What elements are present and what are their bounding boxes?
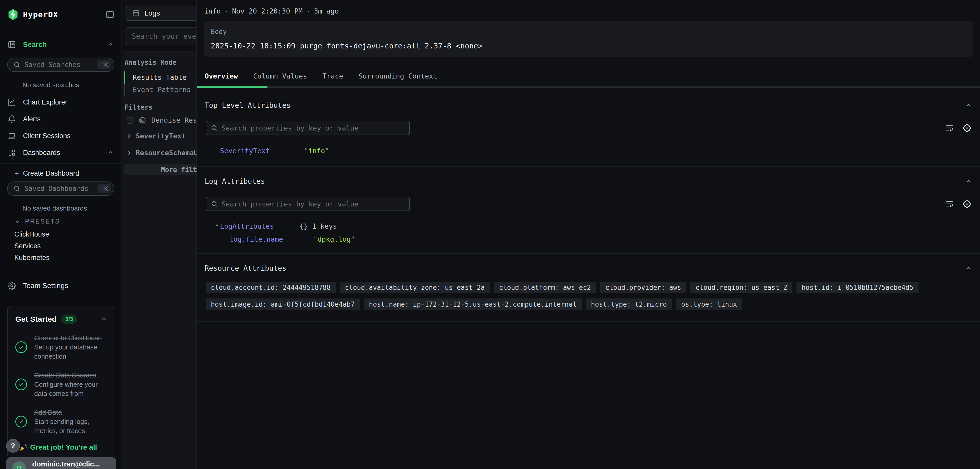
collapse-sidebar-icon[interactable]	[106, 11, 115, 18]
tree-caret-icon[interactable]: ▾	[215, 222, 220, 230]
property-search[interactable]	[206, 197, 410, 211]
chevron-up-icon[interactable]	[107, 149, 114, 156]
section-resource-attributes: Resource Attributes cloud.account.id: 24…	[197, 264, 980, 310]
resource-chip[interactable]: cloud.account.id: 244449518788	[206, 282, 336, 293]
help-button[interactable]: ?	[6, 439, 20, 453]
tab-surrounding-context[interactable]: Surrounding Context	[351, 71, 445, 81]
sidebar-item-team-settings[interactable]: Team Settings	[0, 279, 121, 292]
tab-trace[interactable]: Trace	[315, 71, 351, 81]
resource-chips: cloud.account.id: 244449518788 cloud.ava…	[205, 282, 972, 310]
section-divider	[197, 254, 980, 254]
task-title: Create Data Sources	[34, 371, 105, 380]
sidebar-search-label: Search	[23, 41, 47, 49]
attribute-tree-root: ▾ LogAttributes {} 1 keys	[205, 222, 972, 230]
preset-services[interactable]: Services	[0, 242, 121, 250]
chevron-up-icon[interactable]	[965, 265, 972, 272]
resource-chip[interactable]: cloud.region: us-east-2	[690, 282, 792, 293]
resource-chip[interactable]: cloud.provider: aws	[600, 282, 686, 293]
filters-label: Filters	[124, 103, 153, 111]
attribute-meta: {} 1 keys	[300, 222, 337, 230]
saved-searches-input[interactable]	[24, 61, 97, 68]
attribute-key[interactable]: LogAttributes	[220, 222, 300, 230]
chevron-up-icon[interactable]	[107, 41, 114, 48]
preset-kubernetes[interactable]: Kubernetes	[0, 254, 121, 262]
bell-icon	[8, 115, 17, 123]
resource-chip[interactable]: host.name: ip-172-31-12-5.us-east-2.comp…	[364, 298, 582, 310]
denoise-checkbox[interactable]	[127, 117, 134, 124]
property-search-input[interactable]	[221, 200, 405, 208]
mode-rail-active	[124, 71, 125, 84]
attribute-key[interactable]: log.file.name	[229, 235, 313, 243]
gear-icon[interactable]	[963, 200, 971, 208]
check-circle-icon	[15, 416, 27, 428]
search-list-icon	[8, 41, 17, 49]
body-text[interactable]: 2025-10-22 10:15:09 purge fonts-dejavu-c…	[211, 41, 966, 50]
log-level: info	[204, 7, 221, 15]
resource-chip[interactable]: cloud.availability_zone: us-east-2a	[340, 282, 490, 293]
create-dashboard-button[interactable]: + Create Dashboard	[0, 168, 121, 179]
saved-dashboards-search[interactable]: ⌘K	[7, 182, 115, 196]
avatar: D	[12, 461, 26, 469]
search-icon	[211, 124, 218, 132]
filter-group-severitytext[interactable]: SeverityText	[126, 132, 186, 140]
more-filters-button[interactable]: More filters	[124, 164, 197, 175]
sidebar-item-search[interactable]: Search	[0, 38, 121, 51]
denoise-icon	[138, 116, 146, 124]
chevron-up-icon[interactable]	[965, 177, 972, 185]
chevron-up-icon[interactable]	[965, 102, 972, 109]
attribute-value[interactable]: "dpkg.log"	[313, 235, 355, 243]
sidebar-item-chart-explorer[interactable]: Chart Explorer	[0, 96, 121, 109]
get-started-item[interactable]: Create Data Sources Configure where your…	[15, 371, 107, 398]
chevron-up-icon[interactable]	[100, 315, 107, 323]
celebration-text: Great job! You're all	[30, 443, 97, 452]
denoise-filter-row: Denoise Results	[127, 116, 197, 124]
task-desc: Start sending logs, metrics, or traces	[34, 417, 105, 435]
resource-chip[interactable]: cloud.platform: aws_ec2	[494, 282, 596, 293]
mode-results-table[interactable]: Results Table	[133, 73, 186, 81]
plus-icon: +	[8, 170, 23, 177]
task-desc: Set up your database connection	[34, 342, 105, 361]
event-search-input[interactable]	[132, 32, 197, 41]
task-title: Connect to ClickHouse	[34, 333, 105, 342]
property-search[interactable]	[206, 121, 410, 135]
user-name: dominic.tran@clic...	[32, 460, 101, 469]
attribute-row: log.file.name "dpkg.log"	[205, 235, 972, 243]
wrap-text-icon[interactable]	[945, 124, 954, 132]
resource-chip[interactable]: host.type: t2.micro	[586, 298, 672, 310]
attribute-key[interactable]: SeverityText	[220, 147, 304, 155]
gear-icon	[8, 282, 17, 290]
get-started-card: Get Started 3/3 Connect to ClickHouse Se…	[7, 306, 115, 459]
event-search[interactable]	[126, 27, 197, 45]
mode-event-patterns[interactable]: Event Patterns	[133, 86, 191, 93]
get-started-item[interactable]: Add Data Start sending logs, metrics, or…	[15, 408, 107, 435]
task-desc: Configure where your data comes from	[34, 380, 105, 398]
user-menu[interactable]: D dominic.tran@clic... dominic.tran@clic…	[6, 457, 116, 469]
sidebar-item-dashboards[interactable]: Dashboards	[0, 146, 121, 159]
get-started-progress-badge: 3/3	[61, 315, 77, 324]
tab-column-values[interactable]: Column Values	[245, 71, 315, 81]
mode-rail	[124, 84, 125, 96]
resource-chip[interactable]: host.image.id: ami-0f5fcdfbd140e4ab7	[206, 298, 360, 310]
attribute-value[interactable]: "info"	[304, 147, 329, 155]
denoise-label: Denoise Results	[151, 116, 197, 124]
sidebar: HyperDX Search ⌘K No saved searches	[0, 0, 122, 469]
gear-icon[interactable]	[963, 124, 971, 132]
source-select[interactable]: Logs	[126, 6, 197, 21]
get-started-item[interactable]: Connect to ClickHouse Set up your databa…	[15, 333, 107, 361]
resource-chip[interactable]: os.type: linux	[676, 298, 742, 310]
log-timestamp: Nov 20 2:20:30 PM	[232, 7, 302, 15]
search-icon	[13, 61, 21, 68]
wrap-text-icon[interactable]	[945, 200, 954, 208]
presets-toggle[interactable]: PRESETS	[0, 218, 121, 225]
property-search-input[interactable]	[221, 124, 405, 132]
sidebar-item-alerts[interactable]: Alerts	[0, 112, 121, 125]
source-select-value: Logs	[145, 9, 160, 17]
saved-dashboards-input[interactable]	[24, 185, 97, 192]
filter-group-resourceschemaurl[interactable]: ResourceSchemaUrl	[126, 149, 197, 157]
resource-chip[interactable]: host.id: i-0510b81275acbe4d5	[797, 282, 918, 293]
preset-clickhouse[interactable]: ClickHouse	[0, 230, 121, 238]
section-divider	[197, 322, 980, 322]
sidebar-item-client-sessions[interactable]: Client Sessions	[0, 130, 121, 142]
saved-searches-search[interactable]: ⌘K	[7, 58, 115, 72]
tab-overview[interactable]: Overview	[205, 71, 245, 81]
